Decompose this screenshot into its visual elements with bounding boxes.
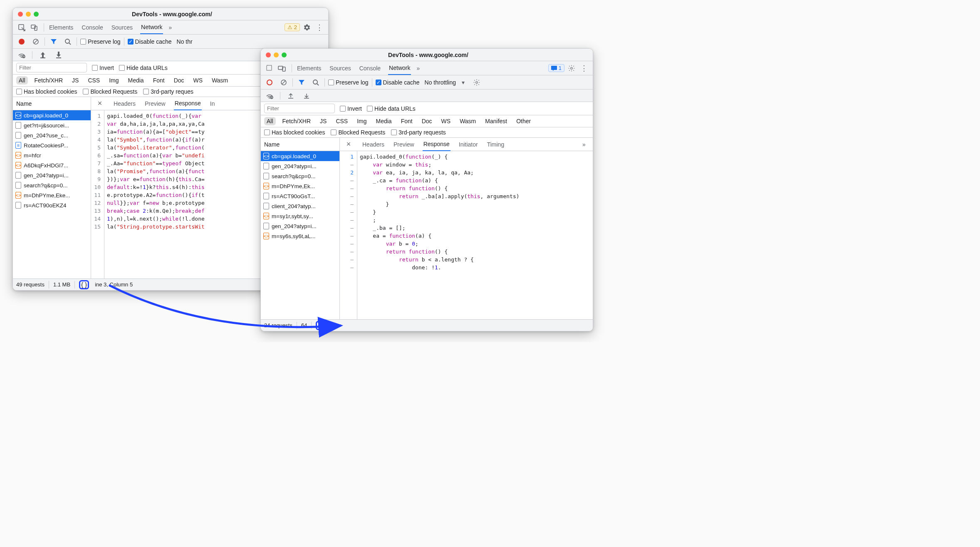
network-conditions-icon[interactable] — [16, 50, 27, 60]
tab-console[interactable]: Console — [81, 21, 104, 34]
request-row[interactable]: <> cb=gapi.loaded_0 — [13, 110, 91, 120]
throttling-select[interactable]: No thr — [177, 38, 193, 45]
type-filter-css[interactable]: CSS — [85, 76, 102, 85]
request-row[interactable]: search?q&cp=0... — [13, 180, 91, 190]
request-row[interactable]: gen_204?atyp=i... — [261, 221, 339, 231]
hide-data-urls-checkbox[interactable]: Hide data URLs — [367, 105, 416, 112]
type-filter-all[interactable]: All — [264, 117, 276, 125]
download-har-icon[interactable] — [301, 90, 312, 101]
more-tabs-icon[interactable]: » — [413, 63, 423, 74]
device-toolbar-icon[interactable] — [29, 22, 40, 33]
type-filter-doc[interactable]: Doc — [419, 117, 435, 125]
request-row[interactable]: gen_204?atyp=i... — [261, 161, 339, 171]
type-filter-wasm[interactable]: Wasm — [457, 117, 478, 125]
type-filter-all[interactable]: All — [16, 76, 28, 85]
detail-tab-response[interactable]: Response — [174, 97, 202, 110]
tab-elements[interactable]: Elements — [296, 62, 322, 75]
hide-data-urls-checkbox[interactable]: Hide data URLs — [119, 65, 168, 71]
request-row[interactable]: search?q&cp=0... — [261, 171, 339, 181]
type-filter-js[interactable]: JS — [69, 76, 81, 85]
preserve-log-checkbox[interactable]: Preserve log — [80, 38, 121, 45]
pretty-print-button[interactable]: { } — [316, 321, 326, 330]
settings-icon[interactable] — [302, 22, 312, 33]
preserve-log-checkbox[interactable]: Preserve log — [328, 79, 369, 86]
type-filter-img[interactable]: Img — [354, 117, 369, 125]
inspect-element-icon[interactable] — [264, 63, 275, 74]
type-filter-font[interactable]: Font — [398, 117, 415, 125]
blocked-requests-checkbox[interactable]: Blocked Requests — [331, 129, 385, 136]
detail-tab-initiator[interactable]: Initiator — [458, 138, 479, 151]
request-row[interactable]: rs=ACT90oEKZ4 — [13, 200, 91, 210]
search-icon[interactable] — [62, 36, 73, 47]
network-settings-icon[interactable] — [471, 77, 482, 88]
type-filter-wasm[interactable]: Wasm — [209, 76, 230, 85]
warnings-chip[interactable]: ⚠ 2 — [285, 23, 300, 31]
request-row[interactable]: <> m=hfcr — [13, 150, 91, 160]
request-row[interactable]: get?rt=j&sourcei... — [13, 120, 91, 130]
type-filter-media[interactable]: Media — [374, 117, 394, 125]
type-filter-manifest[interactable]: Manifest — [483, 117, 510, 125]
close-detail-icon[interactable]: × — [94, 98, 105, 109]
disable-cache-checkbox[interactable]: ✓Disable cache — [128, 38, 172, 45]
record-button[interactable] — [16, 36, 27, 47]
third-party-requests-checkbox[interactable]: 3rd-party requests — [391, 129, 446, 136]
type-filter-fetchxhr[interactable]: Fetch/XHR — [280, 117, 313, 125]
has-blocked-cookies-checkbox[interactable]: Has blocked cookies — [16, 88, 77, 95]
type-filter-font[interactable]: Font — [151, 76, 167, 85]
detail-tab-timing[interactable]: Timing — [486, 138, 505, 151]
clear-icon[interactable] — [30, 36, 41, 47]
filter-icon[interactable] — [48, 36, 59, 47]
detail-tab-initiator[interactable]: In — [209, 97, 216, 110]
name-column-header[interactable]: Name — [261, 138, 339, 151]
close-detail-icon[interactable]: × — [343, 139, 354, 150]
detail-tab-headers[interactable]: Headers — [113, 97, 136, 110]
request-row[interactable]: ≡ RotateCookiesP... — [13, 140, 91, 150]
request-row[interactable]: <> m=DhPYme,Ek... — [261, 181, 339, 191]
type-filter-other[interactable]: Other — [514, 117, 533, 125]
name-column-header[interactable]: Name — [13, 97, 91, 110]
detail-tab-preview[interactable]: Preview — [393, 138, 415, 151]
device-toolbar-icon[interactable] — [277, 63, 287, 74]
has-blocked-cookies-checkbox[interactable]: Has blocked cookies — [264, 129, 325, 136]
tab-sources[interactable]: Sources — [329, 62, 351, 75]
request-row[interactable]: gen_204?atyp=i... — [13, 170, 91, 180]
tab-console[interactable]: Console — [359, 62, 381, 75]
kebab-menu-icon[interactable]: ⋮ — [579, 63, 589, 74]
third-party-requests-checkbox[interactable]: 3rd-party reques — [143, 88, 193, 95]
filter-input[interactable] — [16, 63, 87, 72]
network-conditions-icon[interactable] — [264, 90, 275, 101]
clear-icon[interactable] — [278, 77, 289, 88]
filter-icon[interactable] — [296, 77, 307, 88]
detail-tab-headers[interactable]: Headers — [361, 138, 385, 151]
type-filter-ws[interactable]: WS — [191, 76, 205, 85]
request-row[interactable]: <> m=sy6s,sy6t,aL... — [261, 231, 339, 241]
tab-network[interactable]: Network — [388, 61, 411, 75]
record-button[interactable] — [264, 77, 275, 88]
type-filter-js[interactable]: JS — [317, 117, 329, 125]
blocked-requests-checkbox[interactable]: Blocked Requests — [83, 88, 137, 95]
request-row[interactable]: client_204?atyp... — [261, 201, 339, 211]
request-row[interactable]: <> cb=gapi.loaded_0 — [261, 151, 339, 161]
filter-input[interactable] — [264, 104, 335, 113]
type-filter-css[interactable]: CSS — [333, 117, 350, 125]
disable-cache-checkbox[interactable]: ✓Disable cache — [376, 79, 420, 86]
messages-chip[interactable]: 1 — [548, 64, 564, 72]
invert-checkbox[interactable]: Invert — [92, 65, 114, 71]
type-filter-ws[interactable]: WS — [439, 117, 453, 125]
request-row[interactable]: <> m=DhPYme,Eke... — [13, 190, 91, 200]
more-tabs-icon[interactable]: » — [579, 139, 589, 150]
type-filter-img[interactable]: Img — [106, 76, 121, 85]
invert-checkbox[interactable]: Invert — [340, 105, 362, 112]
request-row[interactable]: <> A6DkqFxHDGl7... — [13, 160, 91, 170]
tab-elements[interactable]: Elements — [48, 21, 74, 34]
request-row[interactable]: rs=ACT90oGsT... — [261, 191, 339, 201]
upload-har-icon[interactable] — [285, 90, 296, 101]
type-filter-doc[interactable]: Doc — [171, 76, 187, 85]
upload-har-icon[interactable] — [37, 50, 48, 60]
detail-tab-response[interactable]: Response — [423, 138, 450, 151]
more-tabs-icon[interactable]: » — [165, 22, 176, 33]
type-filter-fetchxhr[interactable]: Fetch/XHR — [32, 76, 65, 85]
pretty-print-button[interactable]: { } — [79, 280, 89, 289]
request-row[interactable]: <> m=sy1r,sybt,sy... — [261, 211, 339, 221]
inspect-element-icon[interactable] — [16, 22, 27, 33]
